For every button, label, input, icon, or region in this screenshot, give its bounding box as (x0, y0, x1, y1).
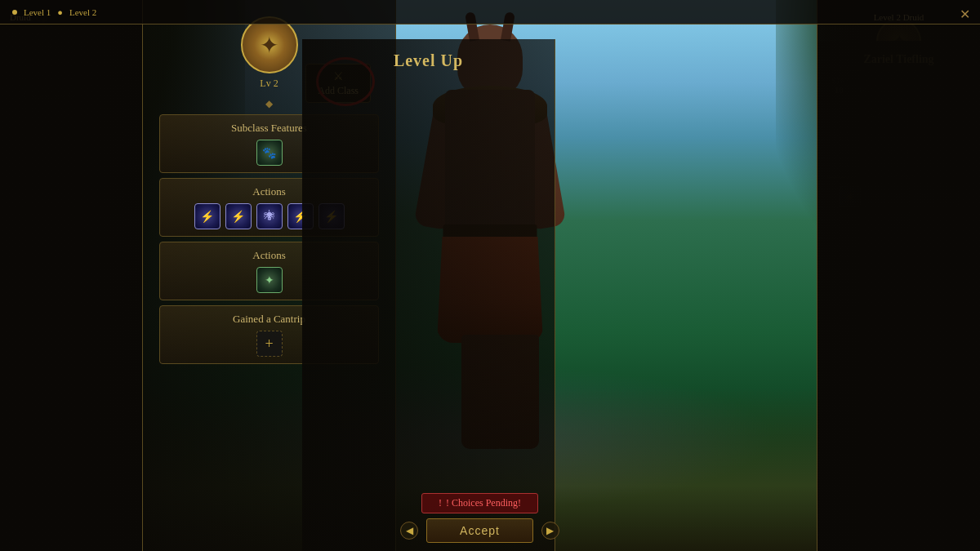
subclass-ability-icon-1: 🐾 (256, 140, 283, 166)
action-icon-2: ⚡ (225, 203, 252, 229)
center-panel-title: Level Up (302, 39, 555, 551)
level1-label: Level 1 (24, 7, 51, 17)
accept-button[interactable]: Accept (426, 518, 533, 543)
close-button[interactable]: ✕ (960, 7, 970, 22)
cantrip-plus-icon: + (256, 331, 283, 357)
center-panel: ⚔ Add Class Level Up Lv 2 ◆ Subclass Fea… (143, 0, 396, 551)
char-class-level: Level 2 Druid (817, 0, 980, 551)
left-panel: Level Up Druid ✓ Subclass Circle of the … (0, 0, 143, 551)
choices-pending-text: ! Choices Pending! (446, 497, 521, 509)
alert-icon-bottom: ! (439, 497, 442, 509)
action-icon-6: ✦ (256, 267, 283, 293)
level2-label: Level 2 (69, 7, 96, 17)
action-icon-3: 🕷 (256, 203, 283, 229)
accept-label: Accept (460, 524, 500, 537)
right-panel: Zariel Tiefling Level 2 Druid STR 10 DEX… (817, 0, 980, 551)
level-dot (12, 10, 17, 15)
class-emblem (241, 16, 298, 73)
top-bar: Level 1 ● Level 2 ✕ (0, 0, 980, 24)
separator: ● (57, 7, 63, 17)
nav-left-arrow[interactable]: ◀ (400, 522, 418, 540)
action-icon-1: ⚡ (194, 203, 220, 229)
choices-pending-banner: ! ! Choices Pending! (421, 493, 538, 513)
level-indicator: Level 1 ● Level 2 (12, 7, 96, 17)
nav-right-arrow[interactable]: ▶ (541, 522, 559, 540)
bottom-bar: ! ! Choices Pending! ◀ Accept ▶ (143, 494, 817, 551)
bottom-nav-container: ◀ Accept ▶ (400, 518, 559, 543)
char-class-label: Druid (0, 0, 143, 551)
